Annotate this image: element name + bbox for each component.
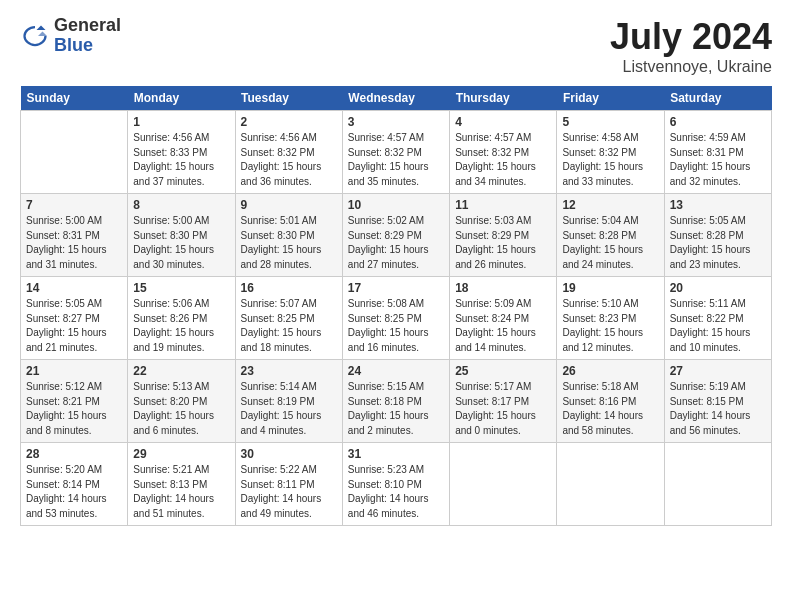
day-info: Sunrise: 4:57 AM Sunset: 8:32 PM Dayligh…: [455, 131, 551, 189]
calendar-title: July 2024: [610, 16, 772, 58]
logo-text: General Blue: [54, 16, 121, 56]
day-info: Sunrise: 4:58 AM Sunset: 8:32 PM Dayligh…: [562, 131, 658, 189]
day-info: Sunrise: 5:00 AM Sunset: 8:31 PM Dayligh…: [26, 214, 122, 272]
calendar-cell: 12Sunrise: 5:04 AM Sunset: 8:28 PM Dayli…: [557, 194, 664, 277]
calendar-week-1: 7Sunrise: 5:00 AM Sunset: 8:31 PM Daylig…: [21, 194, 772, 277]
day-number: 20: [670, 281, 766, 295]
day-number: 19: [562, 281, 658, 295]
calendar-cell: 18Sunrise: 5:09 AM Sunset: 8:24 PM Dayli…: [450, 277, 557, 360]
day-number: 14: [26, 281, 122, 295]
day-info: Sunrise: 5:03 AM Sunset: 8:29 PM Dayligh…: [455, 214, 551, 272]
calendar-week-2: 14Sunrise: 5:05 AM Sunset: 8:27 PM Dayli…: [21, 277, 772, 360]
header-saturday: Saturday: [664, 86, 771, 111]
day-number: 25: [455, 364, 551, 378]
calendar-week-3: 21Sunrise: 5:12 AM Sunset: 8:21 PM Dayli…: [21, 360, 772, 443]
logo: General Blue: [20, 16, 121, 56]
header-sunday: Sunday: [21, 86, 128, 111]
day-info: Sunrise: 5:02 AM Sunset: 8:29 PM Dayligh…: [348, 214, 444, 272]
logo-general: General: [54, 15, 121, 35]
calendar-cell: 29Sunrise: 5:21 AM Sunset: 8:13 PM Dayli…: [128, 443, 235, 526]
calendar-subtitle: Listvennoye, Ukraine: [610, 58, 772, 76]
calendar-cell: [664, 443, 771, 526]
day-number: 2: [241, 115, 337, 129]
day-info: Sunrise: 5:18 AM Sunset: 8:16 PM Dayligh…: [562, 380, 658, 438]
calendar-cell: 17Sunrise: 5:08 AM Sunset: 8:25 PM Dayli…: [342, 277, 449, 360]
calendar-cell: 23Sunrise: 5:14 AM Sunset: 8:19 PM Dayli…: [235, 360, 342, 443]
day-number: 28: [26, 447, 122, 461]
header-row: Sunday Monday Tuesday Wednesday Thursday…: [21, 86, 772, 111]
day-number: 11: [455, 198, 551, 212]
day-info: Sunrise: 5:21 AM Sunset: 8:13 PM Dayligh…: [133, 463, 229, 521]
day-number: 8: [133, 198, 229, 212]
day-number: 30: [241, 447, 337, 461]
header-tuesday: Tuesday: [235, 86, 342, 111]
day-number: 18: [455, 281, 551, 295]
calendar-cell: 25Sunrise: 5:17 AM Sunset: 8:17 PM Dayli…: [450, 360, 557, 443]
day-number: 29: [133, 447, 229, 461]
calendar-week-0: 1Sunrise: 4:56 AM Sunset: 8:33 PM Daylig…: [21, 111, 772, 194]
calendar-cell: 9Sunrise: 5:01 AM Sunset: 8:30 PM Daylig…: [235, 194, 342, 277]
day-number: 9: [241, 198, 337, 212]
header-monday: Monday: [128, 86, 235, 111]
day-number: 12: [562, 198, 658, 212]
day-info: Sunrise: 5:23 AM Sunset: 8:10 PM Dayligh…: [348, 463, 444, 521]
day-number: 5: [562, 115, 658, 129]
calendar-cell: 31Sunrise: 5:23 AM Sunset: 8:10 PM Dayli…: [342, 443, 449, 526]
calendar-cell: 10Sunrise: 5:02 AM Sunset: 8:29 PM Dayli…: [342, 194, 449, 277]
calendar-cell: 4Sunrise: 4:57 AM Sunset: 8:32 PM Daylig…: [450, 111, 557, 194]
day-info: Sunrise: 4:56 AM Sunset: 8:32 PM Dayligh…: [241, 131, 337, 189]
day-number: 10: [348, 198, 444, 212]
calendar-cell: 11Sunrise: 5:03 AM Sunset: 8:29 PM Dayli…: [450, 194, 557, 277]
logo-blue: Blue: [54, 35, 93, 55]
day-number: 31: [348, 447, 444, 461]
day-info: Sunrise: 5:01 AM Sunset: 8:30 PM Dayligh…: [241, 214, 337, 272]
calendar-cell: 27Sunrise: 5:19 AM Sunset: 8:15 PM Dayli…: [664, 360, 771, 443]
calendar-cell: [557, 443, 664, 526]
header-thursday: Thursday: [450, 86, 557, 111]
calendar-cell: [21, 111, 128, 194]
day-number: 27: [670, 364, 766, 378]
calendar-cell: 2Sunrise: 4:56 AM Sunset: 8:32 PM Daylig…: [235, 111, 342, 194]
calendar-cell: 30Sunrise: 5:22 AM Sunset: 8:11 PM Dayli…: [235, 443, 342, 526]
day-info: Sunrise: 5:22 AM Sunset: 8:11 PM Dayligh…: [241, 463, 337, 521]
calendar-cell: 8Sunrise: 5:00 AM Sunset: 8:30 PM Daylig…: [128, 194, 235, 277]
calendar-cell: 5Sunrise: 4:58 AM Sunset: 8:32 PM Daylig…: [557, 111, 664, 194]
calendar-cell: 7Sunrise: 5:00 AM Sunset: 8:31 PM Daylig…: [21, 194, 128, 277]
calendar-cell: 21Sunrise: 5:12 AM Sunset: 8:21 PM Dayli…: [21, 360, 128, 443]
day-info: Sunrise: 5:09 AM Sunset: 8:24 PM Dayligh…: [455, 297, 551, 355]
day-info: Sunrise: 5:10 AM Sunset: 8:23 PM Dayligh…: [562, 297, 658, 355]
header-wednesday: Wednesday: [342, 86, 449, 111]
calendar-week-4: 28Sunrise: 5:20 AM Sunset: 8:14 PM Dayli…: [21, 443, 772, 526]
day-info: Sunrise: 5:15 AM Sunset: 8:18 PM Dayligh…: [348, 380, 444, 438]
day-number: 6: [670, 115, 766, 129]
day-number: 15: [133, 281, 229, 295]
logo-icon: [20, 21, 50, 51]
day-info: Sunrise: 5:17 AM Sunset: 8:17 PM Dayligh…: [455, 380, 551, 438]
calendar-cell: 19Sunrise: 5:10 AM Sunset: 8:23 PM Dayli…: [557, 277, 664, 360]
calendar-cell: [450, 443, 557, 526]
day-info: Sunrise: 5:06 AM Sunset: 8:26 PM Dayligh…: [133, 297, 229, 355]
day-number: 4: [455, 115, 551, 129]
day-number: 16: [241, 281, 337, 295]
header: General Blue July 2024 Listvennoye, Ukra…: [20, 16, 772, 76]
day-number: 13: [670, 198, 766, 212]
calendar-cell: 15Sunrise: 5:06 AM Sunset: 8:26 PM Dayli…: [128, 277, 235, 360]
day-info: Sunrise: 5:05 AM Sunset: 8:28 PM Dayligh…: [670, 214, 766, 272]
day-number: 23: [241, 364, 337, 378]
calendar-cell: 16Sunrise: 5:07 AM Sunset: 8:25 PM Dayli…: [235, 277, 342, 360]
page-container: General Blue July 2024 Listvennoye, Ukra…: [0, 0, 792, 536]
day-number: 17: [348, 281, 444, 295]
calendar-body: 1Sunrise: 4:56 AM Sunset: 8:33 PM Daylig…: [21, 111, 772, 526]
day-info: Sunrise: 4:59 AM Sunset: 8:31 PM Dayligh…: [670, 131, 766, 189]
day-info: Sunrise: 5:05 AM Sunset: 8:27 PM Dayligh…: [26, 297, 122, 355]
calendar-cell: 22Sunrise: 5:13 AM Sunset: 8:20 PM Dayli…: [128, 360, 235, 443]
calendar-cell: 13Sunrise: 5:05 AM Sunset: 8:28 PM Dayli…: [664, 194, 771, 277]
day-number: 3: [348, 115, 444, 129]
calendar-cell: 20Sunrise: 5:11 AM Sunset: 8:22 PM Dayli…: [664, 277, 771, 360]
day-info: Sunrise: 5:20 AM Sunset: 8:14 PM Dayligh…: [26, 463, 122, 521]
calendar-cell: 1Sunrise: 4:56 AM Sunset: 8:33 PM Daylig…: [128, 111, 235, 194]
day-info: Sunrise: 5:13 AM Sunset: 8:20 PM Dayligh…: [133, 380, 229, 438]
calendar-cell: 6Sunrise: 4:59 AM Sunset: 8:31 PM Daylig…: [664, 111, 771, 194]
calendar-cell: 26Sunrise: 5:18 AM Sunset: 8:16 PM Dayli…: [557, 360, 664, 443]
calendar-cell: 24Sunrise: 5:15 AM Sunset: 8:18 PM Dayli…: [342, 360, 449, 443]
